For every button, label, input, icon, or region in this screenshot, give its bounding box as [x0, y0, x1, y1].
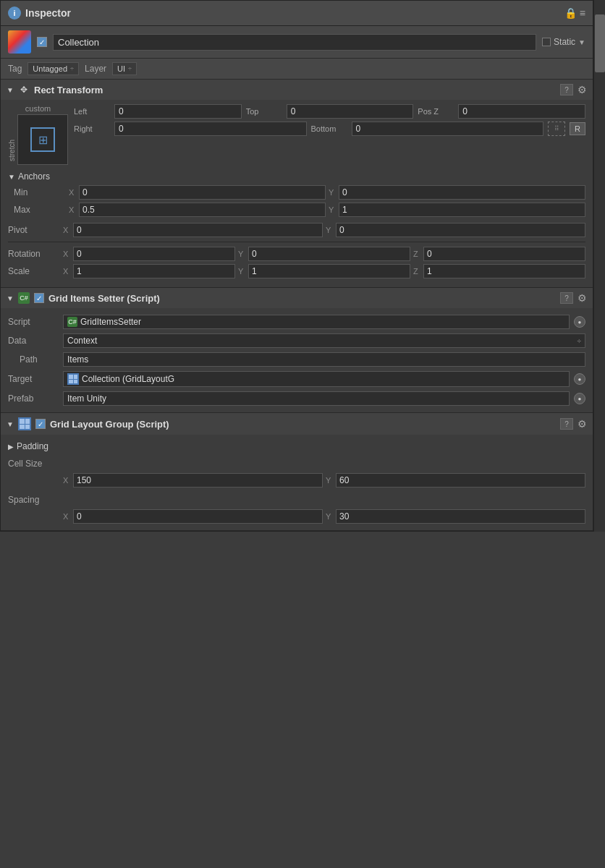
right-label: Right [74, 124, 110, 133]
grid-items-setter-checkbox[interactable]: ✓ [34, 293, 44, 303]
active-checkbox[interactable]: ✓ [37, 37, 47, 47]
rect-transform-gear[interactable]: ⚙ [578, 84, 587, 95]
rotation-z-item: Z [413, 247, 585, 261]
data-dropdown[interactable]: Context ÷ [63, 333, 585, 348]
layer-dropdown[interactable]: UI ÷ [112, 62, 137, 75]
cell-size-label: Cell Size [8, 459, 59, 469]
anchors-arrow: ▼ [8, 173, 15, 181]
grid-layout-checkbox[interactable]: ✓ [35, 419, 46, 429]
pivot-xy-group: X Y [63, 223, 585, 237]
grid-items-setter-gear[interactable]: ⚙ [578, 292, 587, 304]
data-dropdown-arrow: ÷ [578, 337, 582, 345]
gameobject-name-field[interactable] [53, 34, 536, 51]
spacing-xy-group: X Y [63, 509, 585, 524]
script-circle-btn[interactable]: ● [574, 316, 585, 328]
r-button[interactable]: R [570, 122, 585, 135]
min-y-input[interactable] [339, 185, 585, 200]
script-row: Script C# GridItemsSetter ● [8, 312, 585, 331]
grid-layout-group-section: ▼ ✓ Grid Layout Group (Script) ? ⚙ [1, 413, 593, 531]
anchors-max-row: Max X Y [14, 201, 585, 218]
spacing-y-input[interactable] [336, 509, 585, 524]
r-dotted-box: ⠿ [548, 122, 565, 136]
posz-label: Pos Z [418, 107, 454, 116]
pivot-y-input[interactable] [336, 223, 585, 237]
grid-items-setter-header[interactable]: ▼ C# ✓ Grid Items Setter (Script) ? ⚙ [1, 288, 593, 308]
prefab-circle-btn[interactable]: ● [574, 393, 585, 404]
cell-x-label: X [63, 476, 72, 485]
scale-x-input[interactable] [73, 264, 235, 278]
rect-transform-help[interactable]: ? [560, 84, 573, 95]
grid-layout-group-title: Grid Layout Group (Script) [50, 419, 556, 430]
static-dropdown-arrow[interactable]: ▼ [578, 38, 585, 46]
rotation-y-input[interactable] [248, 247, 410, 261]
padding-header[interactable]: ▶ Padding [8, 439, 585, 454]
left-input[interactable] [114, 104, 242, 119]
cell-x-input[interactable] [73, 473, 323, 488]
scale-y-item: Y [238, 264, 410, 278]
rect-transform-body: custom stretch ⊞ [1, 100, 593, 287]
max-x-label: X [69, 205, 77, 214]
script-label: Script [8, 317, 59, 327]
min-x-input[interactable] [79, 185, 326, 200]
header-icons: 🔒 ≡ [564, 7, 585, 19]
target-value: Collection (GridLayoutG [63, 371, 570, 387]
script-value: C# GridItemsSetter [63, 315, 570, 329]
spacing-x-input[interactable] [73, 509, 323, 524]
cell-xy-row: X Y [8, 471, 585, 490]
separator-1 [8, 242, 585, 242]
max-y-item: Y [329, 203, 585, 217]
scale-y-input[interactable] [248, 264, 410, 278]
anchors-section: ▼ Anchors Min X [8, 169, 585, 218]
target-circle-btn[interactable]: ● [574, 373, 585, 385]
rotation-label: Rotation [8, 249, 59, 259]
top-input[interactable] [287, 104, 414, 119]
grid-layout-group-help[interactable]: ? [560, 418, 573, 430]
scrollbar[interactable] [593, 0, 605, 532]
rotation-row: Rotation X Y Z [8, 245, 585, 263]
anchors-label: Anchors [18, 171, 50, 182]
max-y-input[interactable] [339, 203, 585, 217]
rotation-x-item: X [63, 247, 235, 261]
grid-items-setter-help[interactable]: ? [560, 292, 573, 304]
cell-y-label: Y [326, 476, 334, 485]
prefab-name: Item Unity [67, 393, 106, 404]
max-xy-group: X Y [69, 203, 585, 217]
bottom-input[interactable] [352, 122, 544, 136]
inspector-header: i Inspector 🔒 ≡ [1, 1, 593, 26]
anchor-widget[interactable]: ⊞ [17, 114, 68, 165]
scale-y-label: Y [238, 267, 247, 276]
grid-layout-icon [67, 373, 79, 385]
lock-icon[interactable]: 🔒 [564, 7, 577, 19]
pivot-x-input[interactable] [73, 223, 323, 237]
scrollbar-thumb[interactable] [595, 14, 605, 72]
menu-icon[interactable]: ≡ [580, 7, 585, 19]
cell-x-item: X [63, 473, 323, 488]
rect-transform-section: ▼ ✥ Rect Transform ? ⚙ custom stretch [1, 80, 593, 288]
rotation-x-label: X [63, 250, 72, 258]
min-x-label: X [69, 188, 77, 197]
grid-layout-group-header[interactable]: ▼ ✓ Grid Layout Group (Script) ? ⚙ [1, 413, 593, 435]
rect-transform-header[interactable]: ▼ ✥ Rect Transform ? ⚙ [1, 80, 593, 100]
max-x-input[interactable] [79, 203, 326, 217]
gameobject-row: ✓ Static ▼ [1, 26, 593, 59]
anchors-header[interactable]: ▼ Anchors [8, 169, 585, 184]
rotation-x-input[interactable] [73, 247, 235, 261]
static-label: Static [554, 37, 575, 47]
min-y-item: Y [329, 185, 585, 200]
rt-row-left-top-posz: Left Top Pos Z [74, 104, 585, 119]
posz-input[interactable] [458, 104, 585, 119]
grid-layout-group-gear[interactable]: ⚙ [578, 418, 587, 430]
scale-x-label: X [63, 267, 72, 276]
scale-xyz-group: X Y Z [63, 264, 585, 278]
scale-z-input[interactable] [423, 264, 585, 278]
tag-dropdown[interactable]: Untagged ÷ [28, 62, 79, 75]
static-group: Static ▼ [542, 37, 585, 47]
right-input[interactable] [114, 122, 307, 136]
rotation-z-input[interactable] [423, 247, 585, 261]
cell-y-input[interactable] [336, 473, 585, 488]
info-icon: i [8, 7, 21, 20]
path-label: Path [8, 354, 59, 365]
pivot-y-label: Y [326, 226, 334, 234]
min-x-item: X [69, 185, 326, 200]
static-checkbox[interactable] [542, 38, 551, 46]
